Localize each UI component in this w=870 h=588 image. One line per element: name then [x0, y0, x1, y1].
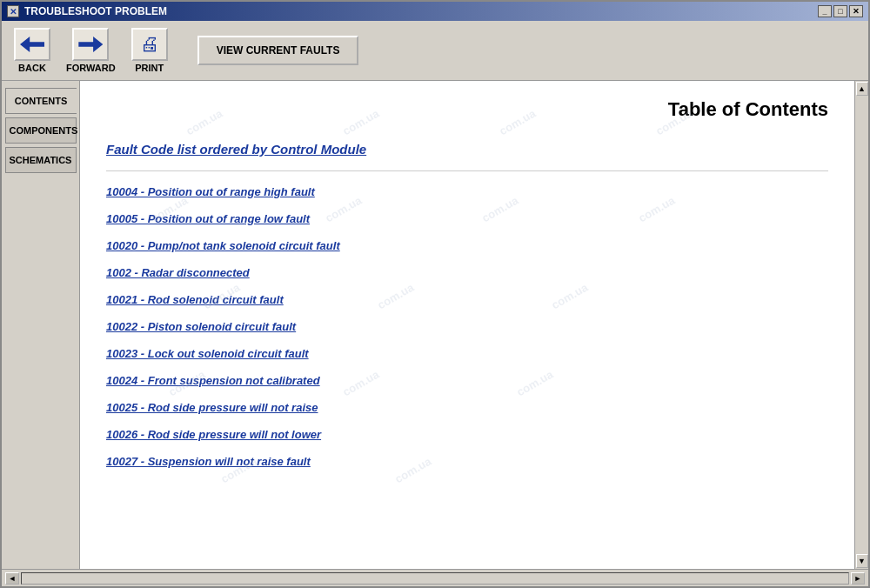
main-area: CONTENTS COMPONENTS SCHEMATICS com.ua co… — [2, 81, 868, 569]
scroll-up-button[interactable]: ▲ — [856, 82, 868, 96]
toc-link-3[interactable]: 10020 - Pump/not tank solenoid circuit f… — [106, 239, 828, 252]
scroll-track — [855, 97, 868, 553]
toc-link-7[interactable]: 10023 - Lock out solenoid circuit fault — [106, 347, 828, 360]
sidebar-tab-schematics[interactable]: SCHEMATICS — [5, 147, 77, 173]
toc-link-6[interactable]: 10022 - Piston solenoid circuit fault — [106, 320, 828, 333]
back-icon-container — [14, 28, 50, 61]
view-faults-label: VIEW CURRENT FAULTS — [217, 44, 340, 57]
title-bar-buttons: _ □ ✕ — [818, 5, 863, 17]
toc-link-4[interactable]: 1002 - Radar disconnected — [106, 266, 828, 279]
toc-link-2[interactable]: 10005 - Position out of range low fault — [106, 212, 828, 225]
bottom-bar: ◄ ► — [2, 569, 868, 586]
components-tab-label: COMPONENTS — [10, 125, 78, 136]
forward-button[interactable]: FORWARD — [63, 26, 119, 75]
window-title: TROUBLESHOOT PROBLEM — [24, 5, 813, 17]
page-title: Table of Contents — [106, 98, 828, 121]
window-icon: ✕ — [7, 5, 19, 17]
back-button[interactable]: BACK — [10, 26, 54, 75]
close-button[interactable]: ✕ — [849, 5, 863, 17]
toc-link-5[interactable]: 10021 - Rod solenoid circuit fault — [106, 293, 828, 306]
back-label: BACK — [18, 63, 46, 73]
sidebar-tab-contents[interactable]: CONTENTS — [5, 88, 77, 114]
vertical-scrollbar[interactable]: ▲ ▼ — [854, 81, 868, 569]
sidebar: CONTENTS COMPONENTS SCHEMATICS — [2, 81, 80, 569]
toolbar: BACK FORWARD 🖨 PRINT VIEW CURRENT FAULTS — [2, 21, 868, 81]
content-area: com.ua com.ua com.ua com.ua com.ua com.u… — [80, 81, 854, 569]
divider — [106, 170, 828, 171]
back-arrow-icon — [20, 37, 44, 52]
main-window: ✕ TROUBLESHOOT PROBLEM _ □ ✕ BACK FORWAR… — [0, 0, 870, 588]
schematics-tab-label: SCHEMATICS — [10, 155, 72, 165]
forward-label: FORWARD — [66, 63, 116, 73]
maximize-button[interactable]: □ — [833, 5, 847, 17]
printer-icon: 🖨 — [140, 33, 159, 56]
minimize-button[interactable]: _ — [818, 5, 832, 17]
scroll-left-button[interactable]: ◄ — [5, 572, 19, 585]
horizontal-scroll-track[interactable] — [21, 572, 849, 585]
print-button[interactable]: 🖨 PRINT — [128, 26, 171, 75]
toc-link-11[interactable]: 10027 - Suspension will not raise fault — [106, 455, 828, 468]
toc-link-8[interactable]: 10024 - Front suspension not calibrated — [106, 374, 828, 387]
title-bar: ✕ TROUBLESHOOT PROBLEM _ □ ✕ — [2, 2, 868, 21]
forward-icon-container — [72, 28, 109, 61]
contents-tab-label: CONTENTS — [15, 96, 68, 106]
toc-link-9[interactable]: 10025 - Rod side pressure will not raise — [106, 401, 828, 414]
toc-link-10[interactable]: 10026 - Rod side pressure will not lower — [106, 428, 828, 441]
forward-arrow-icon — [78, 37, 103, 52]
toc-link-1[interactable]: 10004 - Position out of range high fault — [106, 185, 828, 198]
scroll-right-button[interactable]: ► — [851, 572, 865, 585]
scroll-down-button[interactable]: ▼ — [856, 554, 868, 568]
print-label: PRINT — [135, 63, 164, 73]
toc-link-0[interactable]: Fault Code list ordered by Control Modul… — [106, 142, 828, 157]
print-icon-container: 🖨 — [131, 28, 168, 61]
view-faults-button[interactable]: VIEW CURRENT FAULTS — [197, 36, 359, 65]
sidebar-tab-components[interactable]: COMPONENTS — [5, 117, 77, 144]
